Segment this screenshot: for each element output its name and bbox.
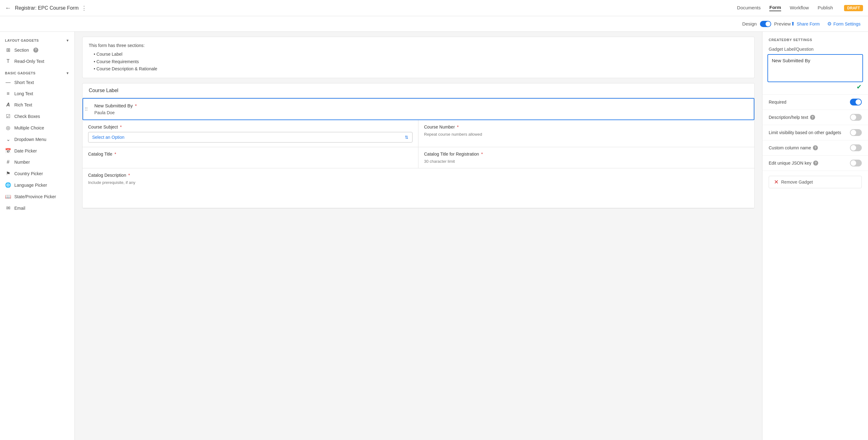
limit-visibility-toggle-row: Limit visibility based on other gadgets <box>763 125 868 140</box>
course-number-label: Course Number * <box>424 124 749 129</box>
gadget-label-input[interactable]: New Submitted By <box>768 54 863 82</box>
nav-documents[interactable]: Documents <box>737 5 761 11</box>
rich-text-icon: A <box>5 102 11 108</box>
required-toggle-row: Required <box>763 95 868 110</box>
catalog-title-registration-hint: 30 character limit <box>424 159 749 164</box>
top-nav: ← Registrar: EPC Course Form ⋮ Documents… <box>0 0 868 16</box>
chevron-down-icon: ▼ <box>66 39 69 42</box>
design-preview-toggle: Design Preview <box>742 21 791 27</box>
limit-visibility-label: Limit visibility based on other gadgets <box>769 130 841 135</box>
main-layout: LAYOUT GADGETS ▼ ⊞ Section ? T Read-Only… <box>0 32 868 440</box>
gadget-label-input-wrap: New Submitted By ✔ <box>763 54 868 94</box>
description-help-label: Description/help text ? <box>769 115 815 120</box>
custom-column-toggle-row: Custom column name ? <box>763 140 868 156</box>
secondary-bar: Design Preview ⬆ Share Form ⚙ Form Setti… <box>0 16 868 32</box>
edit-json-key-label: Edit unique JSON key ? <box>769 161 818 165</box>
catalog-description-label: Catalog Description * <box>88 173 749 178</box>
description-help-toggle[interactable] <box>850 114 862 121</box>
gear-icon: ⚙ <box>827 21 832 27</box>
multiple-choice-icon: ◎ <box>5 125 11 131</box>
catalog-title-cell: Catalog Title * <box>83 147 418 168</box>
sidebar-item-dropdown-menu[interactable]: ⌄ Dropdown Menu <box>0 133 74 145</box>
back-button[interactable]: ← <box>5 4 11 11</box>
catalog-description-hint: Include prerequisite, if any <box>88 180 749 185</box>
form-fields-grid: Course Subject * Select an Option ⇅ Cour… <box>83 120 754 168</box>
right-panel: CREATEDBY SETTINGS Gadget Label/Question… <box>762 32 868 440</box>
nav-links: Documents Form Workflow Publish DRAFT <box>737 5 863 11</box>
limit-visibility-toggle[interactable] <box>850 129 862 136</box>
more-options-icon[interactable]: ⋮ <box>81 5 87 11</box>
nav-workflow[interactable]: Workflow <box>790 5 809 11</box>
sidebar-item-date-picker[interactable]: 📅 Date Picker <box>0 145 74 157</box>
required-label: Required <box>769 100 786 104</box>
section-title: Course Label <box>83 84 754 98</box>
gadget-label-question-label: Gadget Label/Question <box>763 45 868 54</box>
sidebar-item-section[interactable]: ⊞ Section ? <box>0 44 74 56</box>
catalog-title-registration-cell: Catalog Title for Registration * 30 char… <box>418 147 754 168</box>
basic-gadgets-header[interactable]: BASIC GADGETS ▼ <box>0 69 74 77</box>
gadget-value: Paula Doe <box>94 110 749 115</box>
course-subject-select[interactable]: Select an Option ⇅ <box>88 132 412 143</box>
edit-json-key-toggle[interactable] <box>850 160 862 166</box>
left-panel: LAYOUT GADGETS ▼ ⊞ Section ? T Read-Only… <box>0 32 75 440</box>
sidebar-item-state-province-picker[interactable]: 📖 State/Province Picker <box>0 191 74 202</box>
input-confirm-icon-area: ✔ <box>768 83 863 91</box>
design-label: Design <box>742 21 757 27</box>
chevron-down-icon: ▼ <box>66 71 69 75</box>
layout-gadgets-header[interactable]: LAYOUT GADGETS ▼ <box>0 37 74 44</box>
description-help-icon[interactable]: ? <box>810 115 815 120</box>
sidebar-item-long-text[interactable]: ≡ Long Text <box>0 88 74 99</box>
readonly-text-icon: T <box>5 59 11 64</box>
gadget-row-submitted-by[interactable]: ⠿ New Submitted By * Paula Doe <box>83 98 754 120</box>
country-picker-icon: ⚑ <box>5 170 11 177</box>
description-help-toggle-row: Description/help text ? <box>763 110 868 125</box>
short-text-icon: — <box>5 80 11 85</box>
sidebar-item-readonly-text[interactable]: T Read-Only Text <box>0 56 74 67</box>
catalog-description-cell: Catalog Description * Include prerequisi… <box>83 168 754 208</box>
share-form-button[interactable]: ⬆ Share Form <box>791 21 820 27</box>
dropdown-menu-icon: ⌄ <box>5 136 11 142</box>
long-text-icon: ≡ <box>5 91 11 96</box>
catalog-title-label: Catalog Title * <box>88 152 412 157</box>
course-number-cell: Course Number * Repeat course numbers al… <box>418 120 754 147</box>
form-intro: This form has three sections: • Course L… <box>82 37 755 78</box>
sidebar-item-rich-text[interactable]: A Rich Text <box>0 99 74 111</box>
nav-form[interactable]: Form <box>769 5 781 11</box>
date-picker-icon: 📅 <box>5 148 11 154</box>
sidebar-item-language-picker[interactable]: 🌐 Language Picker <box>0 179 74 191</box>
section-icon: ⊞ <box>5 47 11 53</box>
form-settings-button[interactable]: ⚙ Form Settings <box>827 21 861 27</box>
custom-column-help-icon[interactable]: ? <box>813 145 818 150</box>
sidebar-item-check-boxes[interactable]: ☑ Check Boxes <box>0 111 74 122</box>
secondary-actions: ⬆ Share Form ⚙ Form Settings <box>791 21 861 27</box>
section-help-icon[interactable]: ? <box>33 48 38 53</box>
check-circle-icon: ✔ <box>857 84 862 90</box>
course-subject-cell: Course Subject * Select an Option ⇅ <box>83 120 418 147</box>
design-toggle-switch[interactable] <box>760 21 771 27</box>
custom-column-toggle[interactable] <box>850 145 862 151</box>
check-boxes-icon: ☑ <box>5 113 11 119</box>
sidebar-item-short-text[interactable]: — Short Text <box>0 77 74 88</box>
sidebar-item-email[interactable]: ✉ Email <box>0 202 74 214</box>
gadget-label: New Submitted By * <box>94 103 749 108</box>
course-number-hint: Repeat course numbers allowed <box>424 132 749 136</box>
language-picker-icon: 🌐 <box>5 182 11 188</box>
custom-column-label: Custom column name ? <box>769 145 818 150</box>
edit-json-key-help-icon[interactable]: ? <box>813 161 818 165</box>
nav-publish[interactable]: Publish <box>817 5 833 11</box>
share-icon: ⬆ <box>791 21 795 27</box>
sidebar-item-number[interactable]: # Number <box>0 157 74 168</box>
required-toggle[interactable] <box>850 99 862 105</box>
sidebar-item-country-picker[interactable]: ⚑ Country Picker <box>0 168 74 179</box>
remove-gadget-button[interactable]: ✕ Remove Gadget <box>769 176 862 188</box>
number-icon: # <box>5 159 11 165</box>
catalog-title-registration-label: Catalog Title for Registration * <box>424 152 749 157</box>
edit-json-key-toggle-row: Edit unique JSON key ? <box>763 156 868 171</box>
drag-handle-icon[interactable]: ⠿ <box>84 106 88 112</box>
email-icon: ✉ <box>5 205 11 211</box>
course-subject-label: Course Subject * <box>88 124 412 129</box>
preview-label: Preview <box>774 21 791 27</box>
sidebar-item-multiple-choice[interactable]: ◎ Multiple Choice <box>0 122 74 133</box>
required-asterisk: * <box>135 103 137 108</box>
select-arrow-icon: ⇅ <box>405 135 408 140</box>
